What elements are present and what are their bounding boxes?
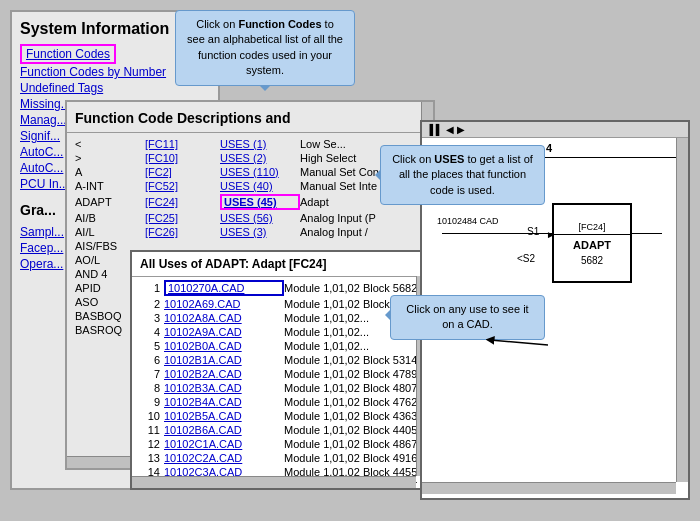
func-desc: Analog Input /	[300, 226, 425, 238]
uses-num: 4	[140, 326, 160, 338]
func-uses-link[interactable]: USES (40)	[220, 180, 300, 192]
uses-cad-link[interactable]: 10102B0A.CAD	[164, 340, 284, 352]
func-name: >	[75, 152, 145, 164]
uses-cad-link[interactable]: 10102C1A.CAD	[164, 438, 284, 450]
cad-wire-s1	[502, 233, 552, 234]
all-uses-panel: All Uses of ADAPT: Adapt [FC24] 1 101027…	[130, 250, 430, 490]
uses-num: 7	[140, 368, 160, 380]
cad-wire-left	[442, 233, 502, 234]
uses-num: 10	[140, 410, 160, 422]
cad-wire-label: 10102484 CAD	[437, 216, 499, 226]
func-code-link[interactable]: [FC11]	[145, 138, 220, 150]
tooltip-function-codes: Click on Function Codes to see an alphab…	[175, 10, 355, 86]
table-row: < [FC11] USES (1) Low Se...	[75, 137, 425, 151]
cad-signal-s2: <S2	[517, 253, 535, 264]
uses-cad-link[interactable]: 10102B1A.CAD	[164, 354, 284, 366]
list-item: 13 10102C2A.CAD Module 1,01,02 Block 491…	[140, 451, 420, 465]
cad-block-name: ADAPT	[573, 235, 611, 255]
uses-cad-link[interactable]: 10102A69.CAD	[164, 298, 284, 310]
cad-block-label: [FC24]	[554, 220, 630, 235]
func-name: AI/L	[75, 226, 145, 238]
func-uses-link[interactable]: USES (110)	[220, 166, 300, 178]
uses-num: 9	[140, 396, 160, 408]
uses-cad-link[interactable]: 10102B4A.CAD	[164, 396, 284, 408]
uses-num: 1	[140, 282, 160, 294]
func-name-adapt: ADAPT	[75, 196, 145, 208]
func-uses-link[interactable]: USES (56)	[220, 212, 300, 224]
list-item: 1 1010270A.CAD Module 1,01,02 Block 5682	[140, 279, 420, 297]
list-item: 5 10102B0A.CAD Module 1,01,02...	[140, 339, 420, 353]
func-code-link[interactable]: [FC25]	[145, 212, 220, 224]
all-uses-title: All Uses of ADAPT: Adapt [FC24]	[132, 252, 428, 277]
list-item: 9 10102B4A.CAD Module 1,01,02 Block 4762	[140, 395, 420, 409]
cad-block-num: 5682	[581, 255, 603, 266]
cad-signal-s1: S1	[527, 226, 539, 237]
func-uses-link[interactable]: USES (2)	[220, 152, 300, 164]
uses-cad-link[interactable]: 10102B3A.CAD	[164, 382, 284, 394]
uses-num: 11	[140, 424, 160, 436]
uses-num: 3	[140, 312, 160, 324]
tooltip-cad-view: Click on any use to see it on a CAD.	[390, 295, 545, 340]
func-uses-link[interactable]: USES (3)	[220, 226, 300, 238]
uses-cad-link[interactable]: 10102A9A.CAD	[164, 326, 284, 338]
list-item: 6 10102B1A.CAD Module 1,01,02 Block 5314	[140, 353, 420, 367]
func-uses-link[interactable]: USES (1)	[220, 138, 300, 150]
function-codes-link[interactable]: Function Codes	[20, 44, 116, 64]
table-row: > [FC10] USES (2) High Select	[75, 151, 425, 165]
cad-adapt-block: [FC24] ADAPT 5682	[552, 203, 632, 283]
tooltip-uses: Click on USES to get a list of all the p…	[380, 145, 545, 205]
uses-module: Module 1,01,02 Block 5682	[284, 282, 420, 294]
func-code-link[interactable]: [FC26]	[145, 226, 220, 238]
uses-module: Module 1,01,02 Block 5314	[284, 354, 420, 366]
list-item: 12 10102C1A.CAD Module 1,01,02 Block 486…	[140, 437, 420, 451]
table-row-adapt: ADAPT [FC24] USES (45) Adapt	[75, 193, 425, 211]
uses-cad-link[interactable]: 1010270A.CAD	[164, 280, 284, 296]
uses-cad-link[interactable]: 10102B2A.CAD	[164, 368, 284, 380]
table-row: AI/B [FC25] USES (56) Analog Input (P	[75, 211, 425, 225]
list-item: 3 10102A8A.CAD Module 1,01,02...	[140, 311, 420, 325]
cad-scrollbar-v[interactable]	[676, 138, 688, 482]
table-row: A-INT [FC52] USES (40) Manual Set Inte	[75, 179, 425, 193]
func-desc: Analog Input (P	[300, 212, 425, 224]
uses-module: Module 1,01,02 Block 4762	[284, 396, 420, 408]
uses-num: 8	[140, 382, 160, 394]
list-item: 8 10102B3A.CAD Module 1,01,02 Block 4807	[140, 381, 420, 395]
uses-module: Module 1,01,02 Block 4405	[284, 424, 420, 436]
list-item: 7 10102B2A.CAD Module 1,01,02 Block 4789	[140, 367, 420, 381]
list-item: 10 10102B5A.CAD Module 1,01,02 Block 436…	[140, 409, 420, 423]
func-code-link[interactable]: [FC10]	[145, 152, 220, 164]
uses-module: Module 1,01,02 Block 4363	[284, 410, 420, 422]
list-item: 4 10102A9A.CAD Module 1,01,02...	[140, 325, 420, 339]
uses-num: 2	[140, 298, 160, 310]
uses-num: 12	[140, 438, 160, 450]
func-code-link-adapt[interactable]: [FC24]	[145, 196, 220, 208]
uses-cad-link[interactable]: 10102A8A.CAD	[164, 312, 284, 324]
table-row: AI/L [FC26] USES (3) Analog Input /	[75, 225, 425, 239]
func-name: A-INT	[75, 180, 145, 192]
uses-module: Module 1,01,02 Block 4789	[284, 368, 420, 380]
list-item: 2 10102A69.CAD Module 1,01,02 Block 6772	[140, 297, 420, 311]
uses-cad-link[interactable]: 10102B5A.CAD	[164, 410, 284, 422]
list-item: 11 10102B6A.CAD Module 1,01,02 Block 440…	[140, 423, 420, 437]
uses-cad-link[interactable]: 10102B6A.CAD	[164, 424, 284, 436]
uses-module: Module 1,01,02...	[284, 340, 420, 352]
cad-scrollbar-h[interactable]	[422, 482, 676, 494]
cad-arrow: ►	[546, 229, 556, 240]
uses-module: Module 1,01,02 Block 4867	[284, 438, 420, 450]
func-code-link[interactable]: [FC52]	[145, 180, 220, 192]
func-code-link[interactable]: [FC2]	[145, 166, 220, 178]
cad-wire-right	[632, 233, 662, 234]
cad-toolbar: ▐ ▌ ◀ ▶	[422, 122, 688, 138]
func-name: <	[75, 138, 145, 150]
func-name: AI/B	[75, 212, 145, 224]
cad-toolbar-text: ▐ ▌ ◀ ▶	[426, 124, 465, 135]
func-name: A	[75, 166, 145, 178]
uses-num: 13	[140, 452, 160, 464]
uses-module: Module 1,01,02 Block 4807	[284, 382, 420, 394]
uses-scrollbar-h[interactable]	[132, 476, 416, 488]
uses-num: 5	[140, 340, 160, 352]
uses-cad-link[interactable]: 10102C2A.CAD	[164, 452, 284, 464]
func-uses-link-adapt[interactable]: USES (45)	[220, 194, 300, 210]
uses-num: 6	[140, 354, 160, 366]
uses-module: Module 1,01,02 Block 4916	[284, 452, 420, 464]
